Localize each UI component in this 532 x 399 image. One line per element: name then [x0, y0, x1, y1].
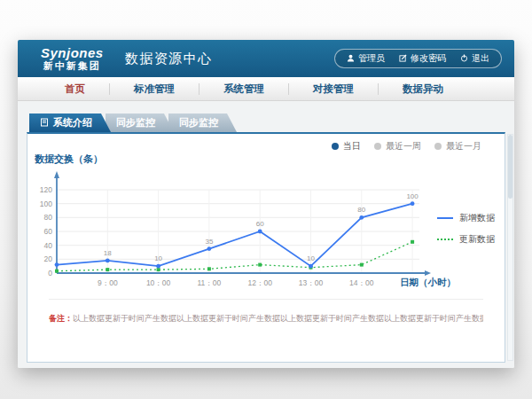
legend-item-update-data[interactable]: 更新数据: [437, 233, 495, 246]
header: Synjones 新中新集团 数据资源中心 管理员 修改密码 退出: [18, 40, 514, 77]
footnote: 备注：以上数据更新于时间产生数据以上数据更新于时间产生数据以上数据更新于时间产生…: [49, 299, 483, 325]
user-icon: [347, 54, 355, 64]
app-window: Synjones 新中新集团 数据资源中心 管理员 修改密码 退出: [18, 40, 514, 368]
range-option-last-month[interactable]: 最近一月: [434, 140, 481, 153]
data-point[interactable]: [258, 263, 262, 267]
data-point-label: 18: [104, 249, 112, 257]
nav-item-data-change[interactable]: 数据异动: [379, 82, 467, 96]
chart-panel: 当日 最近一周 最近一月 数据交换（条） 0204060801001209：00…: [27, 132, 505, 363]
logo-company-name: 新中新集团: [41, 60, 104, 72]
nav-item-standard-mgmt[interactable]: 标准管理: [110, 82, 199, 96]
x-tick-label: 12：00: [247, 278, 272, 287]
footnote-prefix: 备注：: [49, 314, 73, 323]
x-tick-label: 11：00: [198, 278, 222, 287]
data-point[interactable]: [157, 268, 160, 271]
range-option-last-week[interactable]: 最近一周: [374, 140, 421, 153]
y-tick-label: 20: [44, 254, 53, 263]
data-point[interactable]: [106, 268, 109, 271]
data-point[interactable]: [207, 267, 211, 270]
user-menu: 管理员 修改密码 退出: [334, 49, 502, 68]
data-point-label: 10: [307, 254, 315, 262]
chart-legend: 新增数据 更新数据: [437, 212, 495, 246]
admin-user-label: 管理员: [358, 52, 385, 65]
dotted-line-swatch-icon: [437, 239, 453, 240]
power-icon: [460, 54, 468, 64]
data-point[interactable]: [411, 240, 414, 244]
data-point-label: 10: [154, 254, 162, 262]
data-point[interactable]: [360, 263, 364, 267]
change-password-label: 修改密码: [411, 52, 446, 65]
main-nav: 首页 标准管理 系统管理 对接管理 数据异动: [18, 77, 514, 101]
tab-label: 系统介绍: [53, 116, 92, 129]
time-range-options: 当日 最近一周 最近一月: [332, 140, 481, 153]
logout-button[interactable]: 退出: [460, 52, 489, 65]
legend-label: 新增数据: [459, 212, 495, 224]
tab-bar: 系统介绍 同步监控 同步监控: [29, 113, 237, 132]
admin-user-button[interactable]: 管理员: [347, 52, 385, 65]
data-point-label: 100: [406, 192, 419, 200]
document-icon: [40, 118, 49, 129]
data-point[interactable]: [359, 215, 364, 220]
y-tick-label: 100: [40, 200, 52, 208]
vertical-scrollbar[interactable]: [507, 134, 513, 361]
tab-label: 同步监控: [179, 116, 218, 129]
y-tick-label: 40: [44, 241, 53, 250]
x-axis-arrow-icon: [425, 270, 431, 276]
edit-icon: [399, 54, 407, 64]
logo-brand: Synjones: [41, 45, 104, 60]
range-option-label: 当日: [343, 140, 361, 153]
y-axis-title: 数据交换（条）: [35, 153, 103, 166]
data-point-label: 35: [205, 238, 213, 246]
content-area: 系统介绍 同步监控 同步监控 当日 最近一周: [18, 101, 514, 368]
radio-dot-icon: [434, 143, 442, 150]
y-tick-label: 0: [48, 269, 52, 278]
data-point[interactable]: [156, 264, 160, 269]
tab-sync-monitor-2[interactable]: 同步监控: [168, 113, 237, 132]
tab-sync-monitor-1[interactable]: 同步监控: [106, 113, 174, 132]
data-point[interactable]: [55, 270, 59, 273]
legend-label: 更新数据: [459, 233, 495, 246]
y-tick-label: 120: [40, 185, 52, 194]
logout-label: 退出: [472, 52, 489, 65]
line-chart[interactable]: 0204060801001209：0010：0011：0012：0013：001…: [29, 168, 505, 297]
data-point[interactable]: [55, 262, 59, 267]
x-tick-label: 14：00: [349, 278, 374, 287]
x-tick-label: 13：00: [299, 278, 324, 287]
data-point[interactable]: [411, 201, 415, 206]
footnote-text: 以上数据更新于时间产生数据以上数据更新于时间产生数据以上数据更新于时间产生数据以…: [73, 314, 483, 323]
radio-dot-icon: [374, 143, 381, 150]
tab-label: 同步监控: [116, 116, 155, 129]
nav-item-home[interactable]: 首页: [41, 82, 109, 96]
x-tick-label: 10：00: [146, 278, 171, 287]
y-tick-label: 80: [44, 213, 53, 222]
page-title: 数据资源中心: [125, 51, 213, 67]
y-axis-arrow-icon: [54, 171, 59, 178]
data-point[interactable]: [258, 230, 262, 234]
data-point[interactable]: [309, 264, 313, 269]
data-point[interactable]: [106, 259, 110, 263]
data-point-label: 60: [256, 220, 264, 228]
range-option-today[interactable]: 当日: [332, 140, 361, 153]
data-point-label: 80: [357, 206, 365, 214]
axes: [57, 176, 425, 273]
change-password-button[interactable]: 修改密码: [399, 52, 446, 65]
legend-item-new-data[interactable]: 新增数据: [437, 212, 495, 224]
range-option-label: 最近一周: [386, 140, 421, 153]
range-option-label: 最近一月: [446, 140, 481, 153]
tab-system-intro[interactable]: 系统介绍: [29, 113, 111, 132]
x-axis-title: 日期（小时）: [400, 277, 456, 288]
company-logo: Synjones 新中新集团: [41, 45, 104, 72]
radio-dot-icon: [332, 143, 339, 150]
nav-item-system-mgmt[interactable]: 系统管理: [200, 82, 288, 96]
scrollbar-thumb[interactable]: [508, 135, 512, 199]
x-tick-label: 9：00: [98, 278, 118, 287]
y-tick-label: 60: [44, 227, 53, 236]
nav-item-interface-mgmt[interactable]: 对接管理: [289, 82, 378, 96]
data-point[interactable]: [207, 246, 212, 251]
solid-line-swatch-icon: [437, 217, 453, 219]
